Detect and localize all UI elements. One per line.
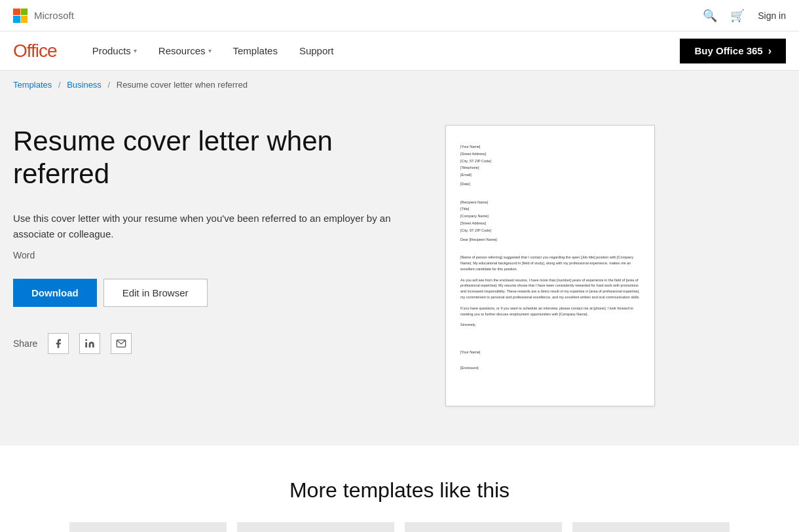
doc-line: [City, ST ZIP Code] bbox=[460, 158, 640, 164]
doc-line bbox=[460, 245, 640, 251]
ms-bar-actions: 🔍 🛒 Sign in bbox=[703, 9, 786, 23]
linkedin-share-icon[interactable] bbox=[79, 333, 100, 354]
doc-line: [City, ST ZIP Code] bbox=[460, 228, 640, 234]
doc-paragraph: As you will see from the enclosed resume… bbox=[460, 277, 640, 300]
left-panel: Resume cover letter when referred Use th… bbox=[13, 125, 419, 354]
action-buttons: Download Edit in Browser bbox=[13, 279, 419, 307]
search-icon[interactable]: 🔍 bbox=[703, 9, 717, 23]
doc-content: [Your Name] [Street Address] [City, ST Z… bbox=[460, 144, 640, 371]
breadcrumb: Templates / Business / Resume cover lett… bbox=[0, 71, 799, 99]
nav-templates[interactable]: Templates bbox=[224, 40, 287, 62]
doc-line: Sincerely, bbox=[460, 322, 640, 328]
doc-paragraph: If you have questions, or if you want to… bbox=[460, 306, 640, 317]
download-button[interactable]: Download bbox=[13, 279, 97, 307]
template-description: Use this cover letter with your resume w… bbox=[13, 211, 419, 242]
breadcrumb-current: Resume cover letter when referred bbox=[117, 80, 248, 90]
ms-brand: Microsoft bbox=[13, 9, 74, 23]
doc-line bbox=[460, 331, 640, 337]
nav-items: Products ▾ Resources ▾ Templates Support bbox=[83, 40, 680, 62]
microsoft-topbar: Microsoft 🔍 🛒 Sign in bbox=[0, 0, 799, 31]
preview-panel: [Your Name] [Street Address] [City, ST Z… bbox=[445, 125, 655, 406]
template-card[interactable] bbox=[572, 522, 730, 532]
more-templates-section: More templates like this bbox=[0, 446, 799, 532]
breadcrumb-sep-1: / bbox=[58, 80, 61, 90]
office-logo[interactable]: Office bbox=[13, 41, 57, 62]
breadcrumb-templates-link[interactable]: Templates bbox=[13, 80, 52, 90]
doc-paragraph: [Name of person referring] suggested tha… bbox=[460, 255, 640, 272]
template-card[interactable] bbox=[69, 522, 227, 532]
doc-line: [Enclosure] bbox=[460, 365, 640, 371]
doc-line: [Your Name] bbox=[460, 349, 640, 355]
page-title: Resume cover letter when referred bbox=[13, 125, 419, 191]
office-navbar: Office Products ▾ Resources ▾ Templates … bbox=[0, 31, 799, 71]
svg-point-1 bbox=[86, 339, 88, 341]
doc-line: [Your Name] bbox=[460, 144, 640, 150]
nav-resources[interactable]: Resources ▾ bbox=[149, 40, 221, 62]
doc-line bbox=[460, 357, 640, 363]
breadcrumb-business-link[interactable]: Business bbox=[67, 80, 102, 90]
main-content: Resume cover letter when referred Use th… bbox=[0, 99, 799, 446]
nav-products[interactable]: Products ▾ bbox=[83, 40, 146, 62]
ms-logo-icon bbox=[13, 9, 28, 23]
edit-in-browser-button[interactable]: Edit in Browser bbox=[103, 279, 208, 307]
template-card[interactable] bbox=[237, 522, 394, 532]
svg-rect-0 bbox=[86, 342, 88, 347]
email-share-icon[interactable] bbox=[111, 333, 132, 354]
microsoft-name: Microsoft bbox=[34, 10, 74, 21]
doc-line: [Title] bbox=[460, 206, 640, 212]
file-type-label: Word bbox=[13, 250, 419, 260]
breadcrumb-sep-2: / bbox=[108, 80, 111, 90]
buy-office-button[interactable]: Buy Office 365 › bbox=[680, 39, 786, 63]
content-wrapper: Resume cover letter when referred Use th… bbox=[13, 125, 786, 406]
template-card[interactable] bbox=[405, 522, 562, 532]
doc-line: [Street Address] bbox=[460, 221, 640, 226]
doc-line: Dear [Recipient Name]: bbox=[460, 237, 640, 243]
more-templates-title: More templates like this bbox=[13, 478, 786, 503]
facebook-share-icon[interactable] bbox=[48, 333, 69, 354]
nav-support[interactable]: Support bbox=[290, 40, 343, 62]
doc-line: [Street Address] bbox=[460, 151, 640, 157]
share-row: Share bbox=[13, 333, 419, 354]
signin-link[interactable]: Sign in bbox=[758, 10, 786, 21]
doc-line bbox=[460, 340, 640, 346]
doc-line: [Recipient Name] bbox=[460, 200, 640, 205]
share-label: Share bbox=[13, 338, 37, 349]
arrow-icon: › bbox=[768, 45, 771, 57]
doc-line: [Email] bbox=[460, 172, 640, 178]
doc-line: [Date] bbox=[460, 181, 640, 187]
document-preview: [Your Name] [Street Address] [City, ST Z… bbox=[445, 125, 655, 406]
doc-line bbox=[460, 190, 640, 196]
chevron-down-icon: ▾ bbox=[134, 47, 137, 54]
template-cards bbox=[13, 522, 786, 532]
doc-line: [Company Name] bbox=[460, 213, 640, 219]
cart-icon[interactable]: 🛒 bbox=[730, 9, 745, 23]
doc-line: [Telephone] bbox=[460, 165, 640, 171]
chevron-down-icon: ▾ bbox=[208, 47, 212, 54]
